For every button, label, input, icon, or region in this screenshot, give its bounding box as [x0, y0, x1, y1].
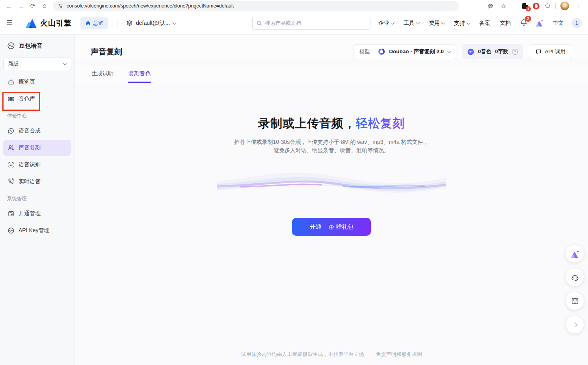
browser-chrome: ← → ⟳ ⌂ console.volcengine.com/speech/ne…	[0, 0, 588, 12]
hide-eye-icon[interactable]	[487, 3, 494, 9]
footer-disclaimer: 试用体验内容均由人工智能模型生成，不代表平台立场	[241, 351, 364, 358]
ai-assistant-button[interactable]	[535, 19, 544, 27]
float-docs-button[interactable]	[566, 292, 584, 310]
chevron-down-icon	[173, 20, 177, 24]
api-key-icon	[7, 227, 15, 234]
gift-label: 赠礼包	[336, 223, 354, 231]
sidebar-item-overview[interactable]: 概览页	[3, 74, 71, 90]
ai-mountain-icon	[570, 250, 580, 258]
project-name: default(默认...	[136, 20, 170, 27]
activate-button[interactable]: 开通 赠礼包	[292, 218, 371, 236]
search-box[interactable]	[252, 17, 370, 30]
sidebar-item-asr[interactable]: 语音识别	[3, 157, 71, 173]
footer-terms-link[interactable]: 免责声明和服务规则	[376, 351, 422, 358]
ai-mountain-icon	[535, 19, 544, 27]
hero-title-accent: 轻松复刻	[356, 117, 405, 130]
tab-clone-voice[interactable]: 复刻音色	[128, 66, 151, 83]
hamburger-menu-icon[interactable]: ☰	[6, 19, 17, 27]
product-title: 豆包语音	[19, 42, 43, 50]
project-selector[interactable]: default(默认...	[126, 20, 176, 27]
sidebar-section-experience: 体验中心	[0, 108, 74, 122]
voice-library-icon	[7, 95, 15, 102]
hero-title: 录制或上传音频，轻松复刻	[258, 115, 405, 132]
account-avatar[interactable]: 1	[571, 18, 582, 28]
sidebar-section-system: 系统管理	[0, 191, 74, 205]
notifications-button[interactable]: 2	[520, 19, 527, 28]
chevron-down-icon	[441, 20, 445, 24]
sidebar-item-activation[interactable]: 开通管理	[3, 206, 71, 222]
search-icon	[257, 20, 262, 26]
menu-billing[interactable]: 费用	[429, 20, 445, 27]
sidebar-item-api-key[interactable]: API Key管理	[3, 223, 71, 238]
chevron-down-icon	[447, 49, 451, 53]
quota-pulse-icon	[467, 48, 474, 55]
sidebar: 豆包语音 新版 概览页	[0, 35, 75, 365]
headset-icon	[571, 273, 579, 282]
activate-label: 开通	[310, 223, 322, 231]
floating-toolbar	[566, 245, 584, 333]
model-value: Doubao - 声音复刻 2.0	[389, 48, 444, 55]
float-support-button[interactable]	[566, 268, 584, 286]
sidebar-item-voice-clone[interactable]: 声音复刻	[3, 140, 71, 156]
bookmark-star-icon[interactable]: ☆	[499, 1, 509, 11]
language-switch[interactable]: 中文	[553, 20, 564, 27]
hero-subtitle: 推荐上传或录制10-30s音频，上传支持小于 8M 的 wav、mp3、m4a …	[234, 138, 428, 155]
browser-profile-avatar[interactable]	[560, 2, 569, 10]
site-settings-icon	[58, 3, 63, 9]
adblock-extension-icon[interactable]	[533, 3, 540, 9]
doubao-model-icon	[378, 48, 385, 55]
tab-bar: 生成试听 复刻音色	[75, 66, 588, 83]
sidebar-item-voice-library[interactable]: 音色库	[3, 91, 71, 107]
clone-voice-panel: 录制或上传音频，轻松复刻 推荐上传或录制10-30s音频，上传支持小于 8M 的…	[75, 83, 588, 365]
browser-menu-icon[interactable]: ⋮	[574, 1, 584, 11]
chevron-down-icon	[63, 61, 67, 65]
home-icon	[86, 20, 91, 26]
browser-home-icon[interactable]: ⌂	[39, 1, 50, 11]
browser-back-icon[interactable]: ←	[4, 1, 14, 11]
model-selector[interactable]: 模型 Doubao - 声音复刻 2.0	[354, 44, 456, 59]
browser-reload-icon[interactable]: ⟳	[28, 1, 38, 11]
tab-generate-preview[interactable]: 生成试听	[91, 66, 114, 83]
model-label: 模型	[359, 48, 370, 55]
volcengine-logo[interactable]: 火山引擎	[25, 18, 72, 28]
extensions-puzzle-icon[interactable]	[544, 3, 551, 9]
voice-clone-icon	[7, 144, 15, 151]
overview-button[interactable]: 总览	[80, 17, 108, 29]
logo-text: 火山引擎	[40, 18, 72, 28]
overview-label: 总览	[93, 20, 103, 27]
quota-badge[interactable]: 0音色 0字数 ?	[462, 44, 523, 59]
version-select[interactable]: 新版	[3, 58, 71, 70]
address-bar[interactable]: console.volcengine.com/speech/new/experi…	[53, 1, 459, 11]
realtime-voice-icon	[7, 178, 15, 185]
api-call-label: API 调用	[545, 48, 566, 55]
notification-badge: 2	[525, 16, 531, 22]
sidebar-item-tts[interactable]: 语音合成	[3, 123, 71, 139]
footer: 试用体验内容均由人工智能模型生成，不代表平台立场 免责声明和服务规则	[75, 351, 588, 358]
menu-enterprise[interactable]: 企业	[378, 20, 394, 27]
help-icon[interactable]: ?	[512, 49, 518, 55]
extension-badge: 1	[526, 6, 531, 11]
sidebar-item-realtime-voice[interactable]: 实时语音	[3, 174, 71, 190]
gift-icon	[329, 224, 334, 230]
quota-chars: 0字数	[495, 48, 508, 55]
float-ai-assistant-button[interactable]	[566, 245, 584, 263]
extension-icon[interactable]: 1	[522, 3, 528, 9]
chevron-down-icon	[391, 20, 395, 24]
menu-beian[interactable]: 备案	[479, 20, 490, 27]
menu-tools[interactable]: 工具	[404, 20, 419, 27]
api-chat-icon	[536, 49, 541, 55]
main-content: 声音复刻 模型 Doubao - 声音	[75, 35, 588, 365]
float-collapse-button[interactable]	[566, 316, 584, 333]
top-navigation: ☰ 火山引擎 总览 default(默认...	[0, 12, 588, 35]
search-input[interactable]	[265, 20, 366, 26]
chevron-down-icon	[416, 20, 420, 24]
menu-docs[interactable]: 文档	[500, 20, 511, 27]
browser-forward-icon[interactable]: →	[16, 1, 26, 11]
page-title: 声音复刻	[91, 47, 122, 57]
hero-title-main: 录制或上传音频，	[258, 117, 356, 130]
api-call-button[interactable]: API 调用	[529, 44, 572, 59]
asr-icon	[7, 161, 15, 168]
home-icon	[7, 78, 15, 86]
product-header: 豆包语音	[0, 35, 74, 55]
menu-support[interactable]: 支持	[454, 20, 470, 27]
